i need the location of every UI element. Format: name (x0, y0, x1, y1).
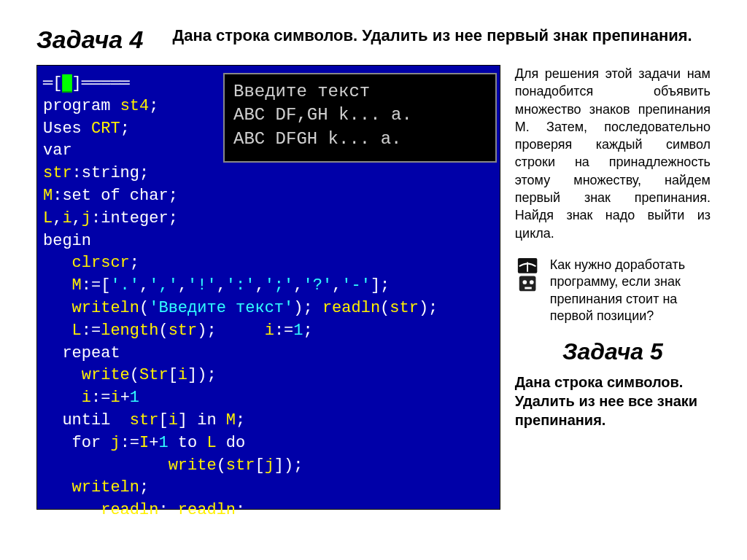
svg-point-4 (530, 280, 534, 284)
task4-desc: Дана строка символов. Удалить из нее пер… (172, 26, 692, 47)
code-window: ═[█]═════program st4;Uses CRT;varstr:str… (36, 65, 500, 510)
output-window: Введите текст ABC DF,GH k... a. ABC DFGH… (223, 73, 497, 163)
right-column: Для решения этой задачи нам понадобится … (515, 65, 711, 510)
note-row: Как нужно доработать программу, если зна… (515, 257, 711, 325)
task5-title: Задача 5 (515, 338, 711, 365)
task5-desc: Дана строка символов. Удалить из нее все… (515, 373, 711, 429)
svg-rect-5 (525, 287, 531, 289)
explanation-text: Для решения этой задачи нам понадобится … (515, 65, 711, 242)
book-question-icon (515, 257, 543, 298)
note-text: Как нужно доработать программу, если зна… (550, 257, 711, 325)
task4-title: Задача 4 (36, 26, 143, 54)
header-row: Задача 4 Дана строка символов. Удалить и… (36, 26, 711, 54)
left-column: ═[█]═════program st4;Uses CRT;varstr:str… (36, 65, 500, 510)
main-row: ═[█]═════program st4;Uses CRT;varstr:str… (36, 65, 711, 510)
svg-point-3 (522, 280, 527, 284)
